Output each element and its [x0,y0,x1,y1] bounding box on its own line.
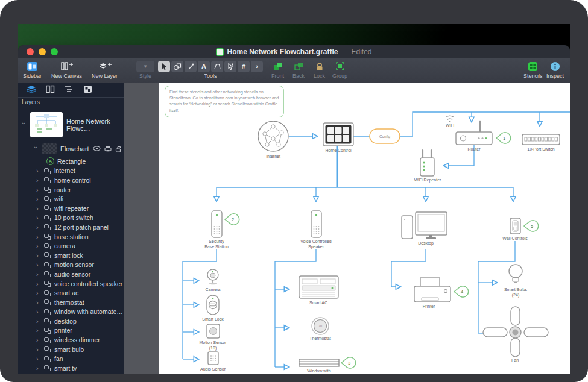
tab-objects[interactable] [83,85,92,96]
node-wifi-repeater[interactable] [420,150,434,176]
list-item-thermostat[interactable]: ›thermostat [18,298,124,307]
node-router[interactable] [456,121,492,145]
list-item-motion-sensor[interactable]: ›motion sensor [18,260,124,270]
node-smart-bulbs[interactable] [509,265,522,283]
node-internet[interactable] [258,121,288,151]
stencils-button[interactable]: Stencils [523,60,543,79]
close-window-button[interactable] [27,48,34,55]
list-item-smart-tv[interactable]: ›smart tv [18,363,124,373]
group-icon [335,60,345,72]
zoom-window-button[interactable] [51,48,58,55]
label-wifi-repeater: WiFi Repeater [414,178,441,182]
canvas-name: Home Network Flowc… [66,117,124,132]
node-voice-controlled-speaker[interactable] [311,211,321,237]
list-item-12-port-patch-panel[interactable]: ›12 port patch panel [18,222,124,232]
sidebar-toggle-button[interactable]: Sidebar [23,60,42,79]
window-title: Home Network Flowchart.graffle — Edited [18,48,570,56]
diagram-tool-button[interactable]: # [238,61,250,72]
send-back-button[interactable]: Back [292,60,305,79]
node-security-base-station[interactable] [212,211,222,237]
shape-tool-button[interactable] [171,61,183,72]
tab-canvases[interactable] [46,85,55,96]
list-item-router[interactable]: ›router [18,185,124,195]
node-wall-controls[interactable] [510,218,520,234]
list-item-camera[interactable]: ›camera [18,241,124,251]
wifi-icon[interactable] [446,116,454,122]
text-tool-button[interactable]: A [198,61,210,72]
node-fan[interactable] [483,307,548,357]
node-cursor-icon [227,63,234,70]
list-item-wifi-repeater[interactable]: ›wifi repeater [18,204,124,213]
list-item-audio-sensor[interactable]: ›audio sensor [18,269,124,279]
new-layer-button[interactable]: New Layer [92,60,118,79]
tab-layers[interactable] [27,85,36,96]
pen-tool-button[interactable] [211,61,223,72]
pasteboard[interactable] [124,83,159,374]
tab-outline[interactable] [65,85,74,96]
label-audio-sensor: Audio Sensor [200,367,226,371]
node-camera[interactable] [207,269,218,284]
label-wall-controls: Wall Controls [502,236,527,240]
node-smart-lock[interactable] [207,295,219,315]
list-item-10-port-switch[interactable]: ›10 port switch [18,213,124,223]
label-camera: Camera [206,287,221,292]
list-item-smart-lock[interactable]: ›smart lock [18,251,124,260]
label-home-control: Home Control [325,148,351,152]
minimize-window-button[interactable] [39,48,46,55]
badge-2-number: 2 [232,217,234,222]
group-shape-icon [44,177,51,183]
node-10-port-switch[interactable] [522,134,560,145]
front-icon [273,60,283,72]
list-item-home-control[interactable]: ›home control [18,175,124,185]
list-item-window-with-automated[interactable]: ›window with automate… [18,307,124,317]
node-audio-sensor[interactable] [208,352,218,365]
list-item-desktop[interactable]: ›desktop [18,316,124,326]
style-button[interactable]: ▾ Style [136,60,154,79]
print-icon[interactable] [104,146,112,152]
list-item-rectangle[interactable]: ARectangle [18,157,124,166]
list-item-smart-bulb[interactable]: ›smart bulb [18,345,124,354]
group-shape-icon [44,280,51,287]
unlock-icon[interactable] [115,146,122,152]
list-item-printer[interactable]: ›printer [18,326,124,336]
inspect-button[interactable]: Inspect [546,60,564,79]
node-window-with[interactable] [299,359,339,366]
stencil-note[interactable]: Find these stencils and other networking… [165,86,284,117]
selection-tool-button[interactable] [158,61,170,72]
label-thermostat-reading: 70 [318,324,322,328]
list-item-wifi[interactable]: ›wifi [18,194,124,204]
list-item-internet[interactable]: ›internet [18,166,124,176]
lock-button[interactable]: Lock [314,60,325,79]
canvas-list-item[interactable]: › Home Network Flowc… [18,107,124,142]
canvas-thumbnail [30,112,63,137]
more-tools-button[interactable]: › [251,61,263,72]
list-item-fan[interactable]: ›fan [18,354,124,363]
bring-front-button[interactable]: Front [271,60,284,79]
back-icon [294,60,304,72]
chevron-down-icon[interactable]: › [21,122,28,127]
chevron-right-icon: › [256,63,258,70]
group-button[interactable]: Group [332,60,347,79]
list-item-wireless-dimmer[interactable]: ›wireless dimmer [18,335,124,345]
group-shape-icon [44,346,51,352]
line-tool-button[interactable] [185,61,197,72]
node-smart-ac[interactable] [299,276,338,298]
node-desktop[interactable] [402,212,447,239]
point-editor-tool-button[interactable] [224,61,236,72]
group-shape-icon [44,261,51,268]
text-icon: A [201,63,206,70]
node-home-control[interactable] [323,123,353,146]
node-motion-sensor[interactable] [207,324,220,338]
chevron-down-icon[interactable]: › [33,146,40,151]
new-canvas-button[interactable]: New Canvas [51,60,82,79]
toolbar: Sidebar New Canvas New Layer ▾ Style [18,58,570,83]
list-item-voice-controlled-speaker[interactable]: ›voice controlled speaker [18,279,124,289]
list-item-smart-ac[interactable]: ›smart ac [18,288,124,298]
node-printer[interactable] [414,278,450,302]
list-item-base-station[interactable]: ›base station [18,232,124,242]
connector-speaker-trunk[interactable] [275,249,316,367]
drawing-canvas[interactable]: 1 2 3 4 5 Find these stencils and other … [159,83,570,374]
shape-icon [173,63,182,70]
layer-list-item[interactable]: › Flowchart [18,142,124,156]
visibility-eye-icon[interactable] [93,146,101,151]
